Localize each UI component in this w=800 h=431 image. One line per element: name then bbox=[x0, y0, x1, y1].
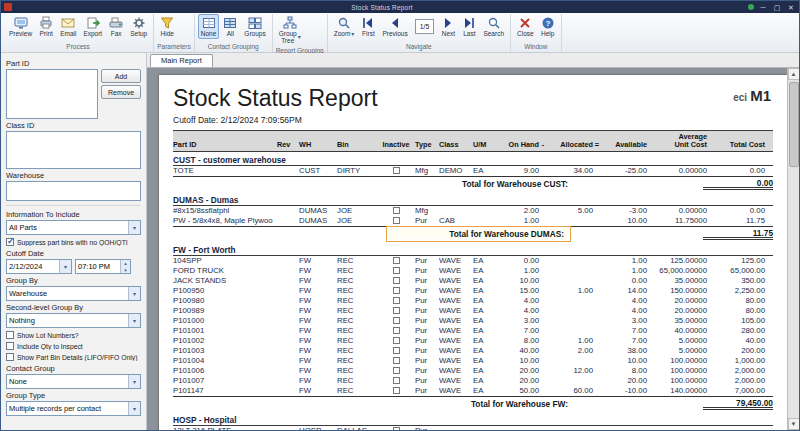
last-button[interactable]: Last bbox=[459, 14, 479, 39]
cutoff-date-picker[interactable]: 2/12/2024 ▾ bbox=[6, 259, 72, 274]
cell: -10.00 bbox=[601, 386, 647, 396]
previous-button[interactable]: Previous bbox=[379, 14, 410, 39]
checkbox-icon bbox=[393, 427, 400, 430]
contact-group-dropdown[interactable]: None ▾ bbox=[6, 374, 141, 389]
page-indicator: 1/5 bbox=[415, 19, 435, 34]
cell: REC bbox=[337, 266, 377, 276]
report-group-header: CUST - customer warehouse bbox=[173, 154, 773, 166]
warehouse-field: Warehouse bbox=[6, 171, 141, 201]
none-button[interactable]: None bbox=[198, 14, 220, 39]
toolbar-button-label-wrap: Group Tree▾ bbox=[279, 30, 301, 44]
group-total-label: Total for Warehouse FW: bbox=[471, 399, 568, 409]
suppress-checkbox[interactable] bbox=[6, 238, 14, 246]
cell: Pur bbox=[415, 286, 439, 296]
checkbox-icon bbox=[393, 257, 400, 264]
cell: Pur bbox=[415, 266, 439, 276]
show-bin-checkbox[interactable] bbox=[6, 353, 14, 361]
group-tree-icon bbox=[283, 16, 297, 30]
cell: 40.00 bbox=[707, 336, 765, 346]
include-qty-checkbox[interactable] bbox=[6, 342, 14, 350]
cell: WAVE bbox=[439, 356, 473, 366]
group-type-value: Multiple records per contact bbox=[7, 404, 128, 413]
scroll-down-icon[interactable]: ▼ bbox=[788, 418, 800, 430]
cell: CAB bbox=[439, 216, 473, 226]
close-button[interactable]: Close bbox=[514, 14, 537, 39]
groups-button[interactable]: Groups bbox=[241, 14, 268, 39]
close-button[interactable]: ✕ bbox=[786, 4, 796, 11]
show-lot-checkbox[interactable] bbox=[6, 331, 14, 339]
print-button[interactable]: Print bbox=[36, 14, 56, 39]
include-qty-label: Include Qty to Inspect bbox=[17, 343, 83, 350]
scroll-up-icon[interactable]: ▲ bbox=[788, 68, 800, 80]
titlebar: Stock Status Report ─ ▢ ✕ bbox=[1, 1, 799, 13]
group-type-dropdown[interactable]: Multiple records per contact ▾ bbox=[6, 401, 141, 416]
minimize-button[interactable]: ─ bbox=[758, 4, 768, 11]
contact-group-label: Contact Group bbox=[6, 364, 141, 373]
report-row: P101007FWRECPurWAVEEA20.0020.00100.00000… bbox=[173, 376, 773, 386]
report-group-header: HOSP - Hospital bbox=[173, 414, 773, 426]
cell: 12.00 bbox=[547, 366, 593, 376]
maximize-button[interactable]: ▢ bbox=[772, 4, 782, 11]
1-5-button[interactable]: 1/5 bbox=[412, 14, 438, 36]
help-button[interactable]: ?Help bbox=[538, 14, 558, 39]
zoom-button[interactable]: Zoom▾ bbox=[331, 14, 358, 39]
cell: 20.00000 bbox=[647, 306, 707, 316]
email-button[interactable]: Email bbox=[57, 14, 79, 39]
group-tree-button[interactable]: Group Tree▾ bbox=[276, 14, 304, 46]
cell: EA bbox=[473, 356, 495, 366]
next-button[interactable]: Next bbox=[438, 14, 458, 39]
report-row: P101004FWRECPurWAVEEA10.0010.00100.00000… bbox=[173, 356, 773, 366]
class-id-listbox[interactable] bbox=[6, 131, 141, 169]
spinner[interactable]: ▴ ▾ bbox=[120, 260, 130, 273]
add-button[interactable]: Add bbox=[101, 69, 141, 83]
spinner-down-icon[interactable]: ▾ bbox=[121, 267, 130, 274]
part-id-listbox[interactable] bbox=[6, 69, 98, 119]
report-row: P101003FWRECPurWAVEEA40.002.0038.005.000… bbox=[173, 346, 773, 356]
show-bin-row: Show Part Bin Details (LIFO/FIFO Only) bbox=[6, 353, 141, 361]
preview-button[interactable]: Preview bbox=[6, 14, 35, 39]
cell: P101001 bbox=[173, 326, 277, 336]
cell: 20.00 bbox=[495, 366, 539, 376]
report-row: #8x15/8ssflatphlDUMASJOEMfg2.005.00-3.00… bbox=[173, 206, 773, 216]
column-header: = bbox=[593, 141, 601, 149]
info-include-dropdown[interactable]: All Parts ▾ bbox=[6, 220, 141, 235]
search-button[interactable]: Search bbox=[480, 14, 507, 39]
toolbar-button-label-wrap: First bbox=[362, 30, 375, 37]
cell: JOE bbox=[337, 206, 377, 216]
chevron-down-icon: ▾ bbox=[128, 375, 140, 388]
report-tabbar: Main Report bbox=[147, 53, 799, 68]
vertical-scrollbar[interactable]: ▲ ▼ bbox=[787, 68, 799, 430]
setup-button[interactable]: Setup bbox=[127, 14, 150, 39]
toolbar-button-label-wrap: Next bbox=[442, 30, 455, 37]
inactive-cell bbox=[377, 166, 415, 176]
inactive-cell bbox=[377, 366, 415, 376]
cutoff-time-spinner[interactable]: 07:10 PM ▴ ▾ bbox=[75, 259, 131, 274]
toolbar-button-label: Preview bbox=[9, 30, 32, 37]
cell: REC bbox=[337, 346, 377, 356]
checkbox-icon bbox=[393, 217, 400, 224]
part-id-label: Part ID bbox=[6, 59, 141, 68]
toolbar-button-label: None bbox=[201, 30, 217, 37]
scrollbar-thumb[interactable] bbox=[789, 82, 799, 167]
cell: REC bbox=[337, 366, 377, 376]
tab-main-report[interactable]: Main Report bbox=[150, 54, 213, 67]
cell: P100989 bbox=[173, 306, 277, 316]
toolbar-buttons-row: Zoom▾FirstPrevious1/5NextLastSearch bbox=[331, 14, 507, 42]
group-by-dropdown[interactable]: Warehouse ▾ bbox=[6, 286, 141, 301]
remove-button[interactable]: Remove bbox=[101, 85, 141, 99]
warehouse-listbox[interactable] bbox=[6, 181, 141, 201]
checkbox-icon bbox=[393, 277, 400, 284]
fax-button[interactable]: Fax bbox=[106, 14, 126, 39]
first-button[interactable]: First bbox=[358, 14, 378, 39]
toolbar-group-label: Window bbox=[514, 42, 558, 52]
toolbar-button-label: Zoom bbox=[334, 30, 351, 37]
cell: PW - 5/8x4x8, Maple Plywoo bbox=[173, 216, 277, 226]
all-button[interactable]: All bbox=[220, 14, 240, 39]
hide-button[interactable]: Hide bbox=[157, 14, 177, 39]
second-group-dropdown[interactable]: Nothing ▾ bbox=[6, 313, 141, 328]
cell: 40.00000 bbox=[647, 326, 707, 336]
export-button[interactable]: Export bbox=[80, 14, 105, 39]
cell: DIRTY bbox=[337, 166, 377, 176]
cell: 2,250.00 bbox=[707, 286, 765, 296]
cell: Pur bbox=[415, 386, 439, 396]
